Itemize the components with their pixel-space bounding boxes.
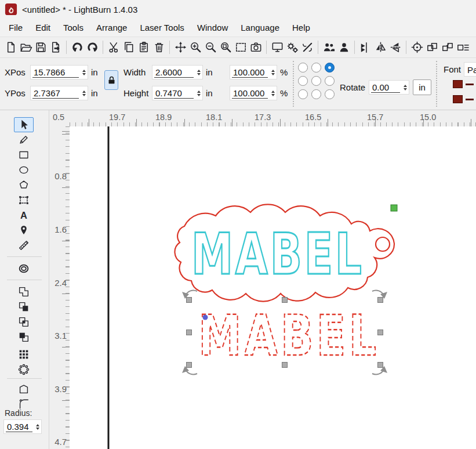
- height-spinner[interactable]: [195, 86, 202, 100]
- anchor-bottom-right[interactable]: [325, 89, 335, 99]
- handle-middle-right[interactable]: [378, 330, 383, 335]
- anchor-middle-left[interactable]: [298, 76, 308, 86]
- boolean-subtract-tool[interactable]: [14, 299, 34, 314]
- ypos-spinner[interactable]: [81, 86, 88, 100]
- zoom-selection-icon[interactable]: [218, 40, 233, 55]
- fill-color-swatch[interactable]: [453, 80, 463, 88]
- focus-target-icon[interactable]: [409, 40, 424, 55]
- new-file-icon[interactable]: [3, 40, 18, 55]
- menu-tools[interactable]: Tools: [57, 20, 90, 35]
- menu-language[interactable]: Language: [234, 20, 286, 35]
- mirror-vertical-icon[interactable]: [388, 40, 403, 55]
- position-laser-tool[interactable]: [14, 223, 34, 238]
- menu-help[interactable]: Help: [286, 20, 317, 35]
- ellipse-tool[interactable]: [14, 162, 34, 178]
- rotate-spinner[interactable]: [402, 81, 409, 94]
- handle-middle-left[interactable]: [187, 330, 192, 335]
- pan-icon[interactable]: [173, 40, 188, 55]
- ypos-value[interactable]: 2.7367: [32, 88, 79, 99]
- xpos-field[interactable]: 15.7866: [30, 65, 88, 79]
- boolean-intersect-tool[interactable]: [14, 314, 34, 329]
- rotate-value[interactable]: 0.00: [371, 82, 400, 93]
- tag-hole[interactable]: [376, 237, 390, 251]
- anchor-top-right[interactable]: [325, 63, 335, 73]
- distribute-icon[interactable]: [358, 40, 373, 55]
- rectangle-tool[interactable]: [14, 147, 34, 162]
- zoom-in-icon[interactable]: [188, 40, 203, 55]
- height-percent-spinner[interactable]: [270, 86, 277, 100]
- anchor-middle-center[interactable]: [311, 76, 321, 86]
- tag-text-shape[interactable]: MABEL: [191, 221, 364, 287]
- anchor-middle-right[interactable]: [325, 76, 335, 86]
- undo-icon[interactable]: [70, 40, 85, 55]
- menu-arrange[interactable]: Arrange: [90, 20, 133, 35]
- handle-bottom-center[interactable]: [282, 363, 288, 368]
- height-field[interactable]: 0.7470: [152, 86, 203, 100]
- edit-nodes-tool[interactable]: [14, 193, 34, 208]
- device-settings-icon[interactable]: [285, 40, 300, 55]
- import-file-icon[interactable]: [48, 40, 63, 55]
- width-field[interactable]: 2.6000: [152, 65, 203, 79]
- canvas-svg[interactable]: MABEL MABEL: [70, 126, 476, 449]
- boolean-union-tool[interactable]: [14, 284, 34, 299]
- grid-array-tool[interactable]: [14, 347, 34, 362]
- width-percent-spinner[interactable]: [270, 66, 277, 79]
- anchor-bottom-center[interactable]: [311, 89, 321, 99]
- anchor-top-left[interactable]: [298, 63, 308, 73]
- height-percent-field[interactable]: 100.000: [230, 86, 277, 100]
- radius-value[interactable]: 0.394: [6, 421, 32, 432]
- menu-edit[interactable]: Edit: [29, 20, 57, 35]
- text-tool[interactable]: A: [14, 208, 34, 223]
- aspect-lock-button[interactable]: [104, 70, 118, 90]
- handle-bottom-left[interactable]: [187, 363, 192, 368]
- menu-laser-tools[interactable]: Laser Tools: [133, 20, 190, 35]
- width-percent-field[interactable]: 100.000: [230, 65, 277, 79]
- preview-window-icon[interactable]: [270, 40, 285, 55]
- units-button[interactable]: in: [413, 79, 431, 95]
- radius-spinner[interactable]: [34, 420, 41, 433]
- group-icon[interactable]: [424, 40, 439, 55]
- font-family-dropdown[interactable]: Pat: [464, 62, 476, 77]
- machine-tools-icon[interactable]: [300, 40, 315, 55]
- menu-window[interactable]: Window: [191, 20, 234, 35]
- select-tool[interactable]: [14, 117, 34, 132]
- handle-bottom-right[interactable]: [378, 363, 383, 368]
- open-file-icon[interactable]: [18, 40, 33, 55]
- polygon-tool[interactable]: [14, 178, 34, 193]
- width-value[interactable]: 2.6000: [154, 67, 194, 78]
- handle-top-center[interactable]: [282, 298, 288, 303]
- radius-field[interactable]: 0.394: [3, 419, 42, 434]
- handle-top-left[interactable]: [187, 298, 192, 303]
- save-file-icon[interactable]: [33, 40, 48, 55]
- selected-text-shape[interactable]: MABEL: [198, 303, 379, 368]
- width-percent-value[interactable]: 100.000: [232, 67, 268, 78]
- xpos-value[interactable]: 15.7866: [32, 67, 79, 78]
- handle-top-right[interactable]: [378, 298, 383, 303]
- xpos-spinner[interactable]: [81, 66, 88, 79]
- user-icon[interactable]: [336, 40, 351, 55]
- frame-selection-icon[interactable]: [233, 40, 248, 55]
- stroke-color-swatch[interactable]: [453, 95, 463, 103]
- delete-icon[interactable]: [151, 40, 166, 55]
- rotate-field[interactable]: 0.00: [369, 80, 409, 95]
- multi-user-icon[interactable]: [321, 40, 336, 55]
- corner-sharp-tool[interactable]: [14, 382, 34, 397]
- paste-icon[interactable]: [136, 40, 151, 55]
- offset-tool[interactable]: [14, 261, 34, 276]
- height-value[interactable]: 0.7470: [154, 88, 194, 99]
- drawing-canvas[interactable]: MABEL MABEL: [70, 126, 476, 449]
- copy-icon[interactable]: [121, 40, 136, 55]
- boolean-difference-tool[interactable]: [14, 329, 34, 345]
- height-percent-value[interactable]: 100.000: [232, 88, 268, 99]
- zoom-out-icon[interactable]: [203, 40, 218, 55]
- menu-file[interactable]: File: [2, 20, 29, 35]
- ungroup-icon[interactable]: [439, 40, 455, 55]
- draw-lines-tool[interactable]: [14, 132, 34, 147]
- cut-icon[interactable]: [106, 40, 121, 55]
- redo-icon[interactable]: [85, 40, 100, 55]
- anchor-bottom-left[interactable]: [298, 89, 308, 99]
- circular-array-tool[interactable]: [14, 362, 34, 377]
- camera-icon[interactable]: [248, 40, 263, 55]
- width-spinner[interactable]: [195, 66, 202, 79]
- mirror-horizontal-icon[interactable]: [373, 40, 388, 55]
